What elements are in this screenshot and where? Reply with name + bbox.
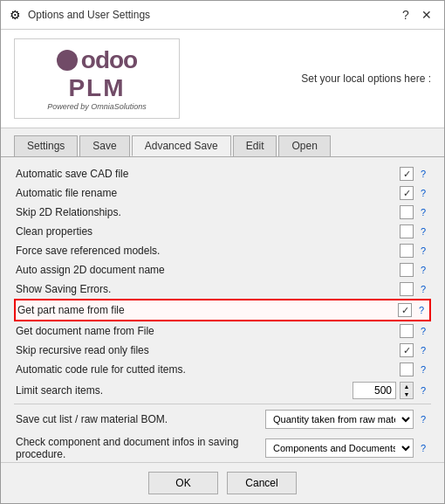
checkbox-8[interactable]: [400, 324, 414, 338]
limit-search-label: Limit search items.: [16, 384, 353, 397]
setting-label-6: Show Saving Errors.: [16, 283, 400, 295]
setting-row-8: Get document name from File ?: [14, 321, 431, 341]
title-bar-left: ⚙ Options and User Settings: [10, 8, 150, 22]
help-btn-2[interactable]: ?: [417, 206, 429, 218]
setting-controls-3: ?: [400, 224, 429, 238]
settings-area: Automatic save CAD file ? Automatic file…: [1, 157, 444, 462]
dropdown-help-1[interactable]: ?: [417, 442, 429, 454]
ok-button[interactable]: OK: [148, 472, 218, 494]
help-btn-9[interactable]: ?: [417, 344, 429, 356]
checkbox-2[interactable]: [400, 205, 414, 219]
setting-label-1: Automatic file rename: [16, 187, 400, 199]
spinbox-buttons: ▲ ▼: [400, 382, 414, 399]
setting-controls-9: ?: [400, 343, 429, 357]
setting-label-0: Automatic save CAD file: [16, 168, 400, 180]
dropdown-label-1: Check component and document infos in sa…: [16, 436, 262, 460]
divider: [14, 404, 431, 404]
setting-label-7: Get part name from file: [17, 304, 398, 316]
dropdown-help-0[interactable]: ?: [417, 413, 429, 425]
checkbox-7[interactable]: [398, 303, 412, 317]
footer-buttons: OK Cancel: [1, 462, 444, 503]
limit-search-help[interactable]: ?: [417, 384, 429, 397]
title-buttons: ? ✕: [397, 6, 435, 24]
setting-row-6: Show Saving Errors. ?: [14, 280, 431, 299]
logo-odoo-text: odoo: [81, 46, 137, 74]
close-title-button[interactable]: ✕: [418, 6, 435, 24]
dialog: ⚙ Options and User Settings ? ✕ odoo PLM…: [0, 0, 445, 504]
logo-subtitle: Powered by OmniaSolutions: [47, 102, 147, 111]
help-btn-7[interactable]: ?: [415, 304, 428, 316]
setting-row-4: Force save referenced models. ?: [14, 241, 431, 260]
setting-label-8: Get document name from File: [16, 325, 400, 337]
checkbox-9[interactable]: [400, 343, 414, 357]
checkbox-1[interactable]: [400, 186, 414, 200]
setting-row-10: Automatic code rule for cutted items. ?: [14, 360, 431, 379]
setting-label-5: Auto assign 2D document name: [16, 264, 400, 276]
setting-controls-2: ?: [400, 205, 429, 219]
help-btn-8[interactable]: ?: [417, 325, 429, 337]
app-icon: ⚙: [10, 8, 21, 22]
help-btn-3[interactable]: ?: [417, 225, 429, 238]
help-btn-6[interactable]: ?: [417, 283, 429, 295]
setting-label-3: Clean properties: [16, 225, 400, 238]
dropdown-select-1[interactable]: Components and DocumentsNone: [265, 438, 414, 458]
help-btn-1[interactable]: ?: [417, 187, 429, 199]
window-title: Options and User Settings: [28, 9, 150, 21]
setting-label-10: Automatic code rule for cutted items.: [16, 363, 400, 376]
logo-plm-text: PLM: [68, 74, 125, 102]
checkbox-0[interactable]: [400, 167, 414, 181]
help-btn-0[interactable]: ?: [417, 168, 429, 180]
setting-row-0: Automatic save CAD file ?: [14, 164, 431, 183]
checkbox-10[interactable]: [400, 362, 414, 376]
tab-settings[interactable]: Settings: [14, 135, 78, 156]
header-tagline: Set your local options here :: [180, 72, 431, 85]
setting-controls-6: ?: [400, 282, 429, 296]
setting-row-1: Automatic file rename ?: [14, 183, 431, 203]
logo-odoo: odoo: [57, 46, 137, 74]
help-btn-10[interactable]: ?: [417, 363, 429, 376]
tabs-section: Settings Save Advanced Save Edit Open: [1, 128, 444, 157]
setting-row-7: Get part name from file ?: [14, 299, 431, 321]
title-bar: ⚙ Options and User Settings ? ✕: [1, 1, 444, 30]
help-title-button[interactable]: ?: [397, 6, 414, 24]
setting-controls-8: ?: [400, 324, 429, 338]
tab-save[interactable]: Save: [79, 135, 129, 156]
setting-controls-4: ?: [400, 244, 429, 258]
help-btn-4[interactable]: ?: [417, 245, 429, 257]
setting-label-4: Force save referenced models.: [16, 245, 400, 257]
setting-row-9: Skip recursive read only files ?: [14, 341, 431, 360]
checkbox-4[interactable]: [400, 244, 414, 258]
tab-open[interactable]: Open: [278, 135, 330, 156]
header-section: odoo PLM Powered by OmniaSolutions Set y…: [1, 30, 444, 128]
help-btn-5[interactable]: ?: [417, 264, 429, 276]
setting-row-5: Auto assign 2D document name ?: [14, 260, 431, 280]
cancel-button[interactable]: Cancel: [227, 472, 297, 494]
limit-search-controls: ▲ ▼ ?: [353, 382, 429, 399]
setting-controls-7: ?: [398, 303, 428, 317]
limit-search-input[interactable]: [353, 382, 396, 399]
spinbox-container: ▲ ▼: [353, 382, 414, 399]
setting-row-3: Clean properties ?: [14, 222, 431, 241]
dropdown-row-0: Save cut list / raw material BOM. Quanti…: [14, 406, 431, 432]
setting-controls-0: ?: [400, 167, 429, 181]
dropdown-label-0: Save cut list / raw material BOM.: [16, 413, 262, 425]
logo-area: odoo PLM Powered by OmniaSolutions: [14, 38, 180, 119]
checkbox-3[interactable]: [400, 224, 414, 238]
limit-search-row: Limit search items. ▲ ▼ ?: [14, 379, 431, 402]
setting-label-2: Skip 2D Relationships.: [16, 206, 400, 218]
spinbox-down-button[interactable]: ▼: [400, 390, 413, 398]
tab-advanced-save[interactable]: Advanced Save: [132, 135, 231, 156]
dropdown-row-1: Check component and document infos in sa…: [14, 432, 431, 462]
setting-controls-1: ?: [400, 186, 429, 200]
spinbox-up-button[interactable]: ▲: [400, 383, 413, 390]
tab-edit[interactable]: Edit: [233, 135, 277, 156]
setting-controls-5: ?: [400, 263, 429, 277]
checkbox-6[interactable]: [400, 282, 414, 296]
setting-label-9: Skip recursive read only files: [16, 344, 400, 356]
logo-circle: [57, 50, 78, 71]
setting-row-2: Skip 2D Relationships. ?: [14, 203, 431, 222]
logo-box: odoo PLM Powered by OmniaSolutions: [14, 38, 180, 119]
dropdown-select-0[interactable]: Quantity taken from raw materialNone: [265, 410, 414, 429]
setting-controls-10: ?: [400, 362, 429, 376]
checkbox-5[interactable]: [400, 263, 414, 277]
